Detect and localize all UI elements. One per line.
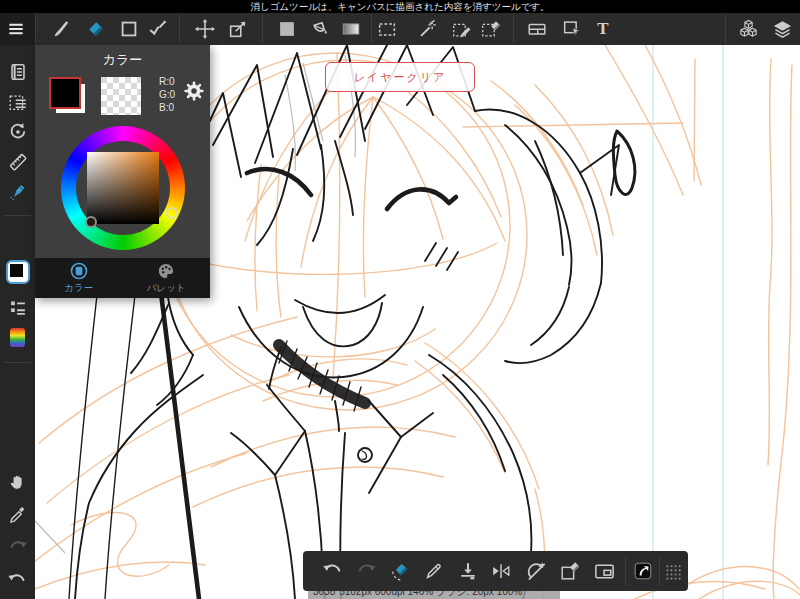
select-marquee-icon[interactable] bbox=[375, 17, 399, 41]
color-panel-tabs: カラー パレット bbox=[35, 258, 210, 298]
divider bbox=[371, 15, 372, 43]
color-tab-icon bbox=[69, 261, 89, 281]
text-tool-icon[interactable]: T bbox=[591, 17, 615, 41]
tab-palette[interactable]: パレット bbox=[123, 258, 211, 298]
transparent-color-swatch[interactable] bbox=[101, 77, 141, 115]
redo-icon-disabled[interactable] bbox=[6, 535, 30, 559]
rgb-r-value: R:0 bbox=[159, 75, 175, 88]
select-list-icon[interactable] bbox=[6, 91, 30, 115]
foreground-color-swatch[interactable] bbox=[49, 77, 87, 115]
eraser-tool-icon-selected[interactable] bbox=[84, 17, 108, 41]
tool-description-bar: 消しゴムツールは、キャンバスに描画された内容を消すツールです。 bbox=[0, 0, 800, 13]
rgb-b-value: B:0 bbox=[159, 101, 175, 114]
canvas-guide-lines bbox=[653, 45, 723, 599]
rotate-canvas-icon[interactable] bbox=[6, 120, 30, 144]
brush-tool-icon[interactable] bbox=[50, 17, 74, 41]
panel-split-icon[interactable] bbox=[525, 17, 549, 41]
divider bbox=[4, 215, 31, 216]
rgb-g-value: G:0 bbox=[159, 88, 175, 101]
shape-tool-icon[interactable] bbox=[117, 17, 141, 41]
undo-icon[interactable] bbox=[6, 568, 30, 592]
medibang-paint-app: 消しゴムツールは、キャンバスに描画された内容を消すツールです。 bbox=[0, 0, 800, 599]
bottom-toolbar bbox=[303, 551, 688, 591]
text-tool-glyph: T bbox=[597, 19, 608, 39]
layer-clear-label: レイヤークリア bbox=[354, 70, 447, 85]
neck-shadow-band bbox=[279, 345, 365, 403]
layer-list-icon[interactable] bbox=[6, 295, 30, 319]
palette-tab-icon bbox=[156, 261, 176, 281]
transform-tool-icon[interactable] bbox=[226, 17, 250, 41]
magic-wand-icon[interactable] bbox=[416, 17, 440, 41]
layer-clear-button[interactable]: レイヤークリア bbox=[325, 62, 475, 92]
divider bbox=[725, 15, 726, 43]
bucket-fill-icon[interactable] bbox=[307, 17, 331, 41]
tab-color[interactable]: カラー bbox=[35, 258, 123, 298]
divider bbox=[513, 15, 514, 43]
move-tool-icon[interactable] bbox=[193, 17, 217, 41]
ruler-icon[interactable] bbox=[6, 150, 30, 174]
pages-icon[interactable] bbox=[6, 60, 30, 84]
materials-icon[interactable] bbox=[736, 17, 760, 41]
select-pen-icon[interactable] bbox=[450, 17, 474, 41]
layers-icon[interactable] bbox=[770, 17, 794, 41]
divider bbox=[4, 362, 31, 363]
tool-description-text: 消しゴムツールは、キャンバスに描画された内容を消すツールです。 bbox=[250, 1, 549, 12]
menu-icon[interactable] bbox=[4, 17, 28, 41]
gradient-tool-icon[interactable] bbox=[339, 17, 363, 41]
save-icon[interactable] bbox=[456, 559, 480, 583]
current-eraser-tool-icon[interactable] bbox=[388, 559, 412, 583]
correction-pen-icon[interactable] bbox=[146, 17, 170, 41]
floating-window-icon[interactable] bbox=[592, 559, 616, 583]
eyedropper-icon[interactable] bbox=[6, 503, 30, 527]
drag-handle-icon[interactable] bbox=[661, 559, 685, 583]
tab-color-label: カラー bbox=[64, 282, 93, 295]
main-toolbar: T bbox=[0, 13, 800, 45]
color-panel: カラー R:0 G:0 B:0 カラー パレット bbox=[35, 45, 210, 298]
clear-layer-icon[interactable] bbox=[558, 559, 582, 583]
rgb-readout: R:0 G:0 B:0 bbox=[159, 75, 175, 114]
pen-tool-icon[interactable] bbox=[422, 559, 446, 583]
divider bbox=[35, 15, 36, 43]
divider bbox=[179, 15, 180, 43]
hand-tool-icon[interactable] bbox=[6, 470, 30, 494]
invert-view-icon[interactable] bbox=[631, 559, 655, 583]
color-panel-title: カラー bbox=[35, 45, 210, 73]
sv-selector-dot[interactable] bbox=[85, 216, 97, 228]
hue-selector-dot[interactable] bbox=[166, 207, 178, 219]
blush-marks bbox=[425, 243, 458, 270]
current-color-swatch[interactable] bbox=[6, 260, 30, 284]
select-eraser-icon[interactable] bbox=[479, 17, 503, 41]
redo-icon-disabled[interactable] bbox=[354, 559, 378, 583]
left-sidebar bbox=[0, 45, 35, 599]
divider bbox=[262, 15, 263, 43]
palette-colors-icon[interactable] bbox=[6, 325, 30, 349]
undo-icon[interactable] bbox=[321, 559, 345, 583]
flip-horizontal-icon[interactable] bbox=[489, 559, 513, 583]
reset-rotation-icon[interactable] bbox=[524, 559, 548, 583]
color-settings-gear-icon[interactable] bbox=[183, 80, 205, 102]
divider bbox=[659, 557, 660, 585]
saturation-value-square[interactable] bbox=[87, 152, 159, 224]
color-swatch-icon[interactable] bbox=[275, 17, 299, 41]
airbrush-icon[interactable] bbox=[6, 180, 30, 204]
pole-line bbox=[161, 293, 199, 599]
divider bbox=[625, 557, 626, 585]
select-cursor-icon[interactable] bbox=[560, 17, 584, 41]
tab-palette-label: パレット bbox=[147, 282, 186, 295]
